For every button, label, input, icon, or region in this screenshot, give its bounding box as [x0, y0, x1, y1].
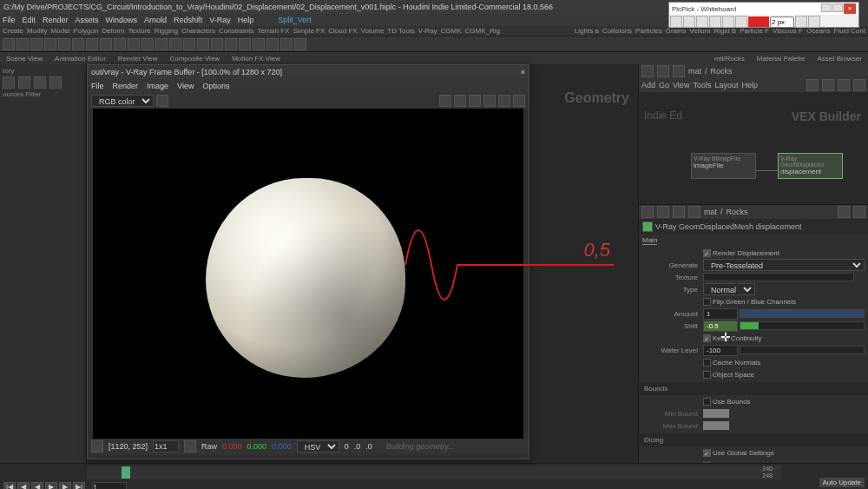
shelf-icon[interactable] [44, 38, 56, 50]
next-frame-button[interactable]: ▶ [59, 482, 71, 489]
shelf-simplefx[interactable]: Simple FX [293, 27, 325, 35]
vfb-tool-icon[interactable] [483, 95, 496, 107]
last-frame-button[interactable]: ▶| [73, 482, 85, 489]
tab-motionfx[interactable]: Motion FX View [228, 54, 284, 63]
tool-icon[interactable] [49, 76, 62, 89]
net-path-mat[interactable]: mat [688, 67, 701, 76]
shelf-polygon[interactable]: Polygon [73, 27, 98, 35]
shelf-icon[interactable] [58, 38, 70, 50]
menu-icon[interactable] [856, 273, 865, 281]
tab-renderview[interactable]: Render View [115, 54, 161, 63]
picpick-window[interactable]: PicPick - Whiteboard × [668, 2, 859, 28]
vfb-tool-icon[interactable] [454, 95, 466, 107]
first-frame-button[interactable]: |◀ [3, 482, 16, 489]
menu-file[interactable]: File [3, 16, 16, 24]
amount-field[interactable] [703, 308, 738, 320]
shelf-deform[interactable]: Deform [102, 27, 124, 35]
shelf2-collisions[interactable]: Collisions [602, 27, 632, 35]
cache-checkbox[interactable] [703, 359, 711, 367]
home-icon[interactable] [673, 65, 685, 77]
shelf-icon[interactable] [30, 38, 43, 50]
global-checkbox[interactable] [703, 449, 711, 457]
play-button[interactable]: ▶ [45, 482, 57, 489]
tool-icon[interactable] [34, 76, 46, 89]
menu-help[interactable]: Help [238, 16, 254, 24]
pin-icon[interactable] [673, 206, 685, 218]
shelf-create[interactable]: Create [3, 27, 23, 35]
shelf-icon[interactable] [86, 38, 98, 50]
tool-icon[interactable] [18, 76, 30, 89]
maximize-icon[interactable] [832, 3, 843, 12]
help-icon[interactable] [854, 221, 865, 232]
shelf-icon[interactable] [100, 38, 112, 50]
vfb-menu-render[interactable]: Render [113, 82, 139, 90]
menu-arnold[interactable]: Arnold [144, 16, 167, 24]
vfb-tool-icon[interactable] [513, 95, 525, 107]
netmenu-layout[interactable]: Layout [714, 81, 738, 89]
shelf-texture[interactable]: Texture [128, 27, 151, 35]
shelf-volume[interactable]: Volume [361, 27, 385, 35]
auto-update-button[interactable]: Auto Update [819, 478, 865, 487]
context-dropdown[interactable]: Split_Vert [278, 16, 312, 24]
left-tab[interactable]: tory [3, 67, 83, 75]
shelf-vray[interactable]: V-Ray [418, 27, 437, 35]
object-space-checkbox[interactable] [703, 371, 711, 379]
network-view[interactable]: VEX Builder Indie Ed V-Ray BitmapFile im… [639, 92, 868, 205]
matcontext-1[interactable]: Material Palette [753, 54, 809, 63]
shelf-icon[interactable] [253, 38, 265, 50]
shelf-constraints[interactable]: Constraints [219, 27, 253, 35]
vfb-tool-icon[interactable] [498, 95, 510, 107]
shelf-icon[interactable] [239, 38, 251, 50]
node-displacement[interactable]: V-Ray GeomDisplaced displacement [778, 153, 843, 179]
net-path-rocks[interactable]: Rocks [711, 67, 733, 76]
stroke-width[interactable] [770, 17, 794, 28]
shelf-icon[interactable] [72, 38, 84, 50]
shelf-model[interactable]: Model [51, 27, 70, 35]
vfb-tool-icon[interactable] [439, 95, 451, 107]
shelf-cgmk[interactable]: CGMK [441, 27, 462, 35]
tool-icon[interactable] [3, 76, 15, 89]
flip-checkbox[interactable] [703, 298, 711, 306]
net-tool-icon[interactable] [838, 79, 850, 91]
vfb-channel-select[interactable]: RGB color [91, 95, 154, 107]
vfb-menu-options[interactable]: Options [202, 82, 229, 90]
menu-redshift[interactable]: Redshift [174, 16, 202, 24]
netmenu-tools[interactable]: Tools [693, 81, 711, 89]
water-field[interactable] [703, 345, 738, 356]
gear-icon[interactable] [841, 221, 852, 232]
vfb-menu-image[interactable]: Image [147, 82, 168, 90]
timeline[interactable]: 240 248 [87, 466, 781, 479]
curve-icon[interactable] [184, 440, 196, 453]
vfb-canvas[interactable]: 0,5 [93, 109, 523, 439]
shelf-icon[interactable] [266, 38, 279, 50]
prev-frame-button[interactable]: ◀ [17, 482, 30, 489]
net-tool-icon[interactable] [822, 79, 834, 91]
refresh-icon[interactable] [156, 95, 168, 107]
picpick-titlebar[interactable]: PicPick - Whiteboard × [669, 3, 858, 15]
color-swatch[interactable] [748, 17, 769, 27]
picpick-tool-icon[interactable] [795, 16, 807, 28]
shelf-modify[interactable]: Modify [27, 27, 48, 35]
back-icon[interactable] [641, 65, 654, 77]
shelf-icon[interactable] [183, 38, 195, 50]
tab-animeditor[interactable]: Animation Editor [51, 54, 109, 63]
netmenu-view[interactable]: View [673, 81, 689, 89]
frame-field[interactable] [92, 482, 127, 489]
vfb-tool-icon[interactable] [469, 95, 481, 107]
shift-slider[interactable] [740, 321, 865, 330]
search-icon[interactable] [838, 206, 850, 218]
menu-windows[interactable]: Windows [106, 16, 138, 24]
vfb-zoom[interactable] [153, 440, 179, 453]
home-icon[interactable] [688, 206, 700, 218]
fwd-icon[interactable] [657, 206, 669, 218]
menu-render[interactable]: Render [43, 16, 69, 24]
shape-tool-icon[interactable] [722, 16, 734, 28]
timeline-marker[interactable] [122, 466, 130, 479]
tab-composite[interactable]: Composite View [166, 54, 223, 63]
shelf-cloudfx[interactable]: Cloud FX [328, 27, 357, 35]
shelf-icon[interactable] [128, 38, 140, 50]
matcontext-0[interactable]: mtl/Rocks [711, 54, 748, 63]
shelf-icon[interactable] [169, 38, 181, 50]
vfb-mode[interactable]: Raw [201, 442, 217, 451]
close-icon[interactable]: × [844, 3, 856, 14]
